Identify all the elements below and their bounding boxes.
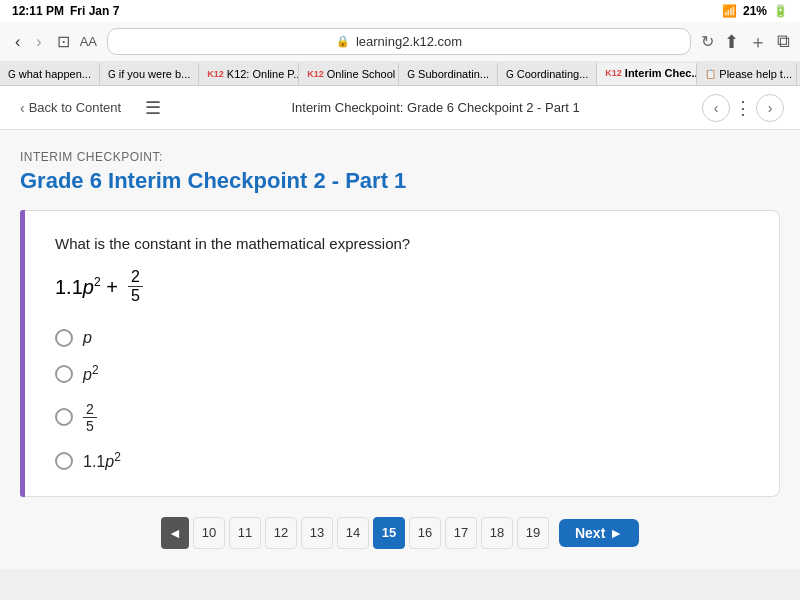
question-text: What is the constant in the mathematical… xyxy=(55,235,749,252)
tab-1-favicon: G xyxy=(8,69,16,80)
tab-1-label: what happen... xyxy=(19,68,91,80)
back-button[interactable]: ‹ xyxy=(10,31,25,53)
nav-buttons: ‹ › xyxy=(10,31,47,53)
pagination-area: ◄ 10 11 12 13 14 15 16 17 18 19 Next ► xyxy=(20,497,780,559)
tab-7-active[interactable]: K12 Interim Chec... xyxy=(597,63,697,85)
toolbar-actions: ⬆ ＋ ⧉ xyxy=(724,30,790,54)
choice-p-text: p xyxy=(83,329,92,347)
page-content: INTERIM CHECKPOINT: Grade 6 Interim Chec… xyxy=(0,130,800,569)
tab-3-favicon: K12 xyxy=(207,69,224,79)
choice-11p2[interactable]: 1.1p2 xyxy=(55,450,749,471)
choice-p2-text: p2 xyxy=(83,363,99,384)
tab-4-label: Online School xyxy=(327,68,396,80)
tab-6-label: Coordinating... xyxy=(517,68,589,80)
page-10-button[interactable]: 10 xyxy=(193,517,225,549)
page-11-button[interactable]: 11 xyxy=(229,517,261,549)
tab-6-favicon: G xyxy=(506,69,514,80)
back-to-content-button[interactable]: ‹ Back to Content xyxy=(16,96,125,120)
radio-circle-p2 xyxy=(55,365,73,383)
next-button[interactable]: Next ► xyxy=(559,519,639,547)
date: Fri Jan 7 xyxy=(70,4,119,18)
tab-4[interactable]: K12 Online School xyxy=(299,63,399,85)
tab-3-label: K12: Online P... xyxy=(227,68,299,80)
address-bar[interactable]: 🔒 learning2.k12.com xyxy=(107,28,691,55)
header-nav: ‹ ⋮ › xyxy=(702,94,784,122)
radio-circle-fraction xyxy=(55,408,73,426)
tab-2-label: if you were b... xyxy=(119,68,191,80)
page-16-button[interactable]: 16 xyxy=(409,517,441,549)
radio-circle-11p2 xyxy=(55,452,73,470)
tab-7-favicon: K12 xyxy=(605,68,622,78)
page-18-button[interactable]: 18 xyxy=(481,517,513,549)
tab-8-favicon: 📋 xyxy=(705,69,716,79)
fraction-denominator: 5 xyxy=(128,287,143,305)
back-to-content-label: Back to Content xyxy=(29,100,122,115)
fraction-numerator: 2 xyxy=(128,268,143,287)
tab-8[interactable]: 📋 Please help t... xyxy=(697,63,797,85)
tab-5-label: Subordinatin... xyxy=(418,68,489,80)
forward-button[interactable]: › xyxy=(31,31,46,53)
battery-icon: 🔋 xyxy=(773,4,788,18)
battery-level: 21% xyxy=(743,4,767,18)
back-chevron-icon: ‹ xyxy=(20,100,25,116)
choice-fraction-num: 2 xyxy=(83,401,97,418)
reload-button[interactable]: ↻ xyxy=(701,32,714,51)
page-13-button[interactable]: 13 xyxy=(301,517,333,549)
choice-11p2-text: 1.1p2 xyxy=(83,450,121,471)
add-tab-button[interactable]: ＋ xyxy=(749,30,767,54)
choice-p2[interactable]: p2 xyxy=(55,363,749,384)
page-19-button[interactable]: 19 xyxy=(517,517,549,549)
prev-page-nav-button[interactable]: ◄ xyxy=(161,517,189,549)
radio-circle-p xyxy=(55,329,73,347)
choice-fraction-den: 5 xyxy=(83,418,97,434)
lock-icon: 🔒 xyxy=(336,35,350,48)
next-page-button[interactable]: › xyxy=(756,94,784,122)
page-15-button[interactable]: 15 xyxy=(373,517,405,549)
page-14-button[interactable]: 14 xyxy=(337,517,369,549)
status-bar: 12:11 PM Fri Jan 7 📶 21% 🔋 xyxy=(0,0,800,22)
share-button[interactable]: ⬆ xyxy=(724,31,739,53)
url-text: learning2.k12.com xyxy=(356,34,462,49)
time: 12:11 PM xyxy=(12,4,64,18)
page-header-title: Interim Checkpoint: Grade 6 Checkpoint 2… xyxy=(181,100,690,115)
math-expression: 1.1p2 + 2 5 xyxy=(55,268,749,305)
menu-button[interactable]: ☰ xyxy=(137,93,169,123)
question-card: What is the constant in the mathematical… xyxy=(25,210,780,497)
tab-8-label: Please help t... xyxy=(719,68,792,80)
browser-tabs: G what happen... G if you were b... K12 … xyxy=(0,61,800,85)
tab-2[interactable]: G if you were b... xyxy=(100,63,199,85)
tab-5-favicon: G xyxy=(407,69,415,80)
prev-page-button[interactable]: ‹ xyxy=(702,94,730,122)
choice-p[interactable]: p xyxy=(55,329,749,347)
tab-3[interactable]: K12 K12: Online P... xyxy=(199,63,299,85)
choice-fraction-text: 2 5 xyxy=(83,400,97,434)
browser-chrome: ‹ › ⊡ AA 🔒 learning2.k12.com ↻ ⬆ ＋ ⧉ G w… xyxy=(0,22,800,86)
browser-toolbar: ‹ › ⊡ AA 🔒 learning2.k12.com ↻ ⬆ ＋ ⧉ xyxy=(0,22,800,61)
wifi-icon: 📶 xyxy=(722,4,737,18)
tab-5[interactable]: G Subordinatin... xyxy=(399,63,498,85)
expression-fraction: 2 5 xyxy=(128,268,143,305)
checkpoint-label: INTERIM CHECKPOINT: xyxy=(20,150,780,164)
checkpoint-title: Grade 6 Interim Checkpoint 2 - Part 1 xyxy=(20,168,780,194)
tab-7-label: Interim Chec... xyxy=(625,67,697,79)
tab-6[interactable]: G Coordinating... xyxy=(498,63,597,85)
options-dots-button[interactable]: ⋮ xyxy=(734,97,752,119)
tab-2-favicon: G xyxy=(108,69,116,80)
tabs-button[interactable]: ⧉ xyxy=(777,31,790,52)
page-12-button[interactable]: 12 xyxy=(265,517,297,549)
question-container: What is the constant in the mathematical… xyxy=(20,210,780,497)
tab-4-favicon: K12 xyxy=(307,69,324,79)
reader-mode-button[interactable]: ⊡ xyxy=(57,32,70,51)
page-17-button[interactable]: 17 xyxy=(445,517,477,549)
aa-button[interactable]: AA xyxy=(80,34,97,49)
choice-fraction[interactable]: 2 5 xyxy=(55,400,749,434)
tab-1[interactable]: G what happen... xyxy=(0,63,100,85)
answer-choices: p p2 2 5 1.1p2 xyxy=(55,329,749,472)
page-header: ‹ Back to Content ☰ Interim Checkpoint: … xyxy=(0,86,800,130)
expression-main: 1.1p2 + xyxy=(55,275,118,299)
